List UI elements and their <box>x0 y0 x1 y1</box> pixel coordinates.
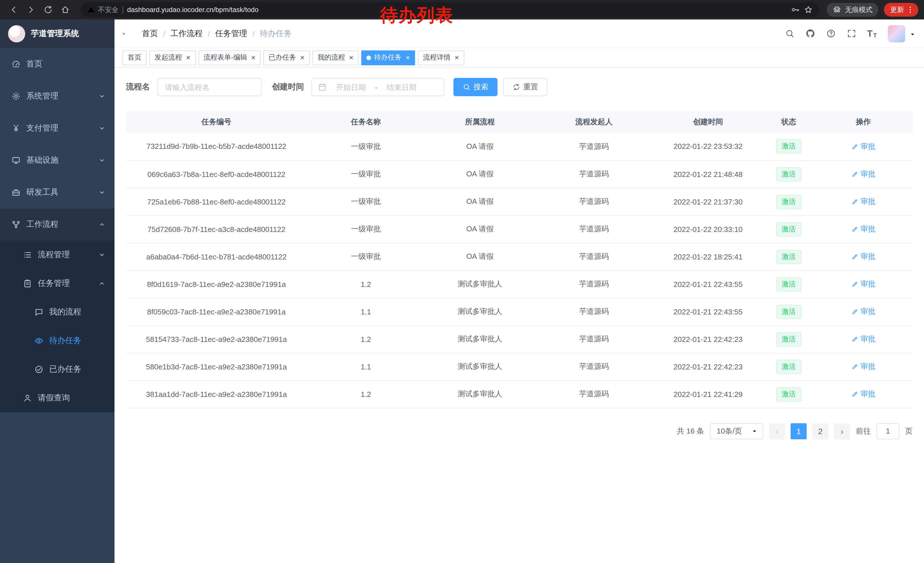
font-size-button[interactable]: T T <box>863 24 881 43</box>
cell-process-starter: 芋道源码 <box>535 325 653 353</box>
search-icon <box>784 29 794 38</box>
calendar-icon <box>318 83 327 92</box>
page-button-2[interactable]: 2 <box>812 423 828 439</box>
browser-home-button[interactable] <box>57 2 73 18</box>
approve-link[interactable]: 审批 <box>851 279 875 289</box>
sidebar-item-task-mgmt[interactable]: 任务管理 <box>0 269 114 298</box>
sidebar-item-leave-query[interactable]: 请假查询 <box>0 384 114 412</box>
sidebar-toggle-button[interactable] <box>114 19 138 48</box>
breadcrumb-item[interactable]: 首页 <box>142 29 158 39</box>
sidebar-item-todo-tasks[interactable]: 待办任务 <box>0 326 114 355</box>
sidebar-item-system-mgmt[interactable]: 系统管理 <box>0 80 114 112</box>
status-badge: 激活 <box>776 387 801 401</box>
prev-page-button[interactable]: ‹ <box>769 423 785 439</box>
tab-close-icon[interactable]: × <box>251 54 255 61</box>
approve-link[interactable]: 审批 <box>851 334 875 344</box>
browser-reload-button[interactable] <box>40 2 56 18</box>
cell-action: 审批 <box>814 353 912 380</box>
start-date-input[interactable] <box>330 83 372 92</box>
reset-button[interactable]: 重置 <box>503 78 547 96</box>
page-size-select[interactable]: 10条/页 <box>710 423 763 439</box>
tab-item-1[interactable]: 发起流程× <box>149 50 195 65</box>
tab-close-icon[interactable]: × <box>349 54 354 61</box>
approve-label: 审批 <box>861 389 875 399</box>
sidebar-item-dev-tools[interactable]: 研发工具 <box>0 176 114 209</box>
sidebar-item-label: 任务管理 <box>38 278 93 289</box>
header-search-button[interactable] <box>780 24 799 43</box>
table-row: a6aba0a4-7b6d-11ec-b781-acde48001122一级审批… <box>126 243 912 270</box>
tab-label: 已办任务 <box>268 53 296 62</box>
sidebar-item-my-process[interactable]: 我的流程 <box>0 298 114 326</box>
cell-task-id: 580e1b3d-7ac8-11ec-a9e2-a2380e71991a <box>126 353 307 380</box>
cell-create-time: 2022-01-22 23:53:32 <box>653 133 763 161</box>
approve-link[interactable]: 审批 <box>851 362 875 372</box>
tab-close-icon[interactable]: × <box>300 54 304 61</box>
table-row: 8f059c03-7ac8-11ec-a9e2-a2380e71991a1.1测… <box>126 298 912 325</box>
cell-create-time: 2022-01-21 22:43:55 <box>653 298 763 325</box>
cell-task-id: 381aa1dd-7ac8-11ec-a9e2-a2380e71991a <box>126 380 307 408</box>
tab-item-4[interactable]: 我的流程× <box>313 50 358 65</box>
chevron-down-icon <box>751 428 758 434</box>
task-table: 任务编号 任务名称 所属流程 流程发起人 创建时间 状态 操作 73211d9d… <box>126 111 912 408</box>
security-indicator[interactable]: 不安全 <box>87 5 118 15</box>
sidebar-item-workflow[interactable]: 工作流程 <box>0 209 114 240</box>
user-avatar[interactable] <box>888 25 905 42</box>
next-page-button[interactable]: › <box>834 423 850 439</box>
edit-icon <box>851 308 858 315</box>
tab-item-3[interactable]: 已办任务× <box>263 50 309 65</box>
process-name-input[interactable] <box>158 78 262 96</box>
approve-link[interactable]: 审批 <box>851 389 875 399</box>
approve-link[interactable]: 审批 <box>851 141 875 152</box>
date-range-picker[interactable]: - <box>311 78 444 96</box>
tab-close-icon[interactable]: × <box>406 54 410 61</box>
tags-view: 首页发起流程×流程表单-编辑×已办任务×我的流程×待办任务×流程详情× <box>114 48 924 68</box>
help-button[interactable] <box>822 24 840 43</box>
approve-link[interactable]: 审批 <box>851 169 875 179</box>
search-button[interactable]: 搜索 <box>453 78 498 96</box>
goto-label: 前往 <box>856 426 871 436</box>
bookmark-star-icon[interactable] <box>804 5 813 14</box>
password-key-icon[interactable] <box>790 5 800 14</box>
avatar-chevron-down-icon[interactable] <box>909 31 916 38</box>
breadcrumb-item[interactable]: 任务管理 <box>215 29 248 39</box>
browser-forward-button[interactable] <box>23 2 39 18</box>
goto-page-input[interactable] <box>876 423 899 439</box>
github-link[interactable] <box>801 24 819 43</box>
tab-item-0[interactable]: 首页 <box>123 50 147 65</box>
edit-icon <box>851 171 858 177</box>
sidebar-item-done-tasks[interactable]: 已办任务 <box>0 355 114 384</box>
tab-close-icon[interactable]: × <box>186 54 190 61</box>
sidebar-item-infrastructure[interactable]: 基础设施 <box>0 144 114 176</box>
status-badge: 激活 <box>776 305 801 319</box>
main-panel: 首页 / 工作流程 / 任务管理 / 待办任务 T T <box>114 20 924 563</box>
app-logo[interactable]: 芋道管理系统 <box>0 20 114 48</box>
approve-link[interactable]: 审批 <box>851 224 875 234</box>
browser-update-button[interactable]: 更新 <box>884 3 918 17</box>
approve-link[interactable]: 审批 <box>851 306 875 317</box>
gear-icon <box>12 92 21 101</box>
fullscreen-button[interactable] <box>842 24 861 43</box>
page-button-1[interactable]: 1 <box>790 423 807 439</box>
breadcrumb-item[interactable]: 工作流程 <box>171 29 202 39</box>
col-create-time: 创建时间 <box>653 111 763 133</box>
browser-back-button[interactable] <box>6 2 22 18</box>
tab-item-5[interactable]: 待办任务× <box>362 50 415 65</box>
check-circle-icon <box>34 365 44 374</box>
tab-item-2[interactable]: 流程表单-编辑× <box>198 50 261 65</box>
url-text[interactable]: dashboard.yudao.iocoder.cn/bpm/task/todo <box>127 6 787 14</box>
tab-close-icon[interactable]: × <box>454 54 459 61</box>
approve-link[interactable]: 审批 <box>851 251 875 262</box>
end-date-input[interactable] <box>380 83 423 92</box>
sidebar-item-payment-mgmt[interactable]: 支付管理 <box>0 112 114 144</box>
annotation-overlay: 待办列表 <box>380 3 453 27</box>
approve-link[interactable]: 审批 <box>851 197 875 207</box>
cell-task-name: 一级审批 <box>307 161 425 188</box>
sidebar-item-home[interactable]: 首页 <box>0 48 114 80</box>
forward-arrow-icon <box>26 5 36 14</box>
edit-icon <box>851 226 858 233</box>
tab-item-6[interactable]: 流程详情× <box>418 50 464 65</box>
create-time-label: 创建时间 <box>272 82 304 92</box>
status-badge: 激活 <box>776 140 801 154</box>
sidebar-item-process-mgmt[interactable]: 流程管理 <box>0 240 114 269</box>
kebab-menu-icon[interactable] <box>906 5 915 14</box>
